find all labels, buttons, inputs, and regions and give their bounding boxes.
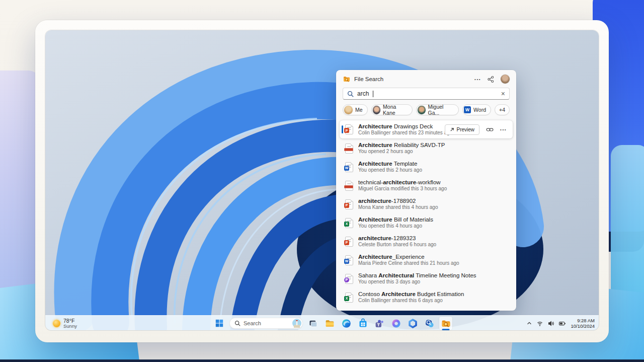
volume-icon[interactable] [547, 320, 554, 327]
weather-temperature: 78°F [63, 318, 77, 324]
result-title: Sahara Architectural Timeline Meeting No… [358, 272, 476, 279]
result-row[interactable]: technical-architecture-workflowMiguel Ga… [336, 176, 516, 195]
clock-time: 9:28 AM [571, 318, 595, 323]
search-query-text: arch [357, 90, 369, 97]
window-title: File Search [354, 76, 383, 82]
filter-chip-label: +4 [499, 107, 505, 113]
result-row[interactable]: XContoso Architecture Budget EstimationC… [336, 288, 516, 307]
search-icon [234, 320, 240, 326]
search-results: PArchitecture Drawings DeckColin Balling… [336, 120, 516, 307]
excel-file-icon: X [345, 218, 353, 228]
filter-chip-word[interactable]: WWord [462, 104, 491, 115]
start-button[interactable] [213, 317, 226, 330]
file-search-window: File Search ••• arch × MeMona KaneMiguel… [336, 70, 516, 311]
store-icon[interactable] [356, 317, 369, 330]
result-meta: You opened this 4 hours ago [358, 223, 433, 230]
marketing-background: File Search ••• arch × MeMona KaneMiguel… [0, 0, 644, 362]
teams-icon[interactable] [373, 317, 386, 330]
file-search-icon[interactable] [439, 317, 452, 330]
active-app-indicator [442, 329, 450, 330]
result-row[interactable]: WArchitecture_ExperienceMaria Piedre Cel… [336, 251, 516, 269]
taskbar-search-placeholder: Search [244, 320, 289, 326]
filter-chips: MeMona KaneMiguel Ga...WWord+4 [343, 104, 510, 115]
search-input[interactable]: arch × [343, 88, 510, 100]
preview-button[interactable]: Preview [445, 124, 480, 135]
filter-chip-label: Word [473, 107, 486, 113]
result-title: technical-architecture-workflow [358, 179, 447, 186]
result-meta: You opened this 3 days ago [358, 279, 476, 285]
result-row[interactable]: Parchitecture-1289323Celeste Burton shar… [336, 232, 516, 251]
copilot-icon[interactable] [389, 317, 403, 330]
desktop: File Search ••• arch × MeMona KaneMiguel… [45, 30, 599, 330]
result-actions: Preview••• [445, 124, 513, 135]
word-file-icon: W [345, 255, 353, 265]
filter-chip-label: Miguel Ga... [428, 104, 454, 116]
result-row[interactable]: Parchitecture-1788902Mona Kane shared th… [336, 195, 516, 213]
result-row[interactable]: PArchitecture Drawings DeckColin Balling… [340, 120, 513, 138]
result-meta: Colin Ballinger shared this 6 days ago [358, 298, 464, 304]
loop-file-icon: P [345, 274, 353, 284]
windows-logo-icon [215, 319, 224, 328]
word-file-icon: W [345, 162, 353, 172]
file-search-app-icon [343, 75, 351, 83]
excel-file-icon: X [345, 293, 353, 303]
clear-search-icon[interactable]: × [501, 90, 505, 97]
result-title: Architecture Drawings Deck [358, 123, 440, 130]
monitor-frame: File Search ••• arch × MeMona KaneMiguel… [35, 20, 609, 342]
window-titlebar: File Search ••• [336, 70, 516, 87]
task-view-icon[interactable] [306, 317, 319, 330]
filter-chip-label: Me [355, 107, 363, 113]
result-title: architecture-1788902 [358, 197, 438, 204]
me-avatar [344, 106, 353, 114]
battery-icon[interactable] [558, 320, 566, 327]
copy-link-icon[interactable] [486, 126, 494, 133]
filter-chip-mona[interactable]: Mona Kane [371, 104, 413, 115]
mona-avatar [373, 106, 380, 114]
ppt-file-icon: P [345, 199, 353, 209]
ppt-file-icon: P [345, 124, 353, 134]
result-meta: You opened 2 hours ago [358, 149, 445, 155]
search-highlight-image[interactable] [292, 319, 301, 328]
result-row[interactable]: XArchitecture Bill of MaterialsYou opene… [336, 213, 516, 232]
result-meta: Miguel Garcia modified this 3 hours ago [358, 186, 447, 192]
edge-icon[interactable] [340, 317, 353, 330]
result-row[interactable]: WArchitecture TemplateYou opened this 2 … [336, 158, 516, 176]
taskbar-clock[interactable]: 9:28 AM 10/10/2024 [571, 318, 595, 329]
open-arrow-icon [450, 127, 454, 132]
result-title: Contoso Architecture Budget Estimation [358, 291, 464, 298]
result-title: Architecture_Experience [358, 253, 459, 260]
result-meta: You opened this 2 hours ago [358, 167, 422, 174]
result-title: architecture-1289323 [358, 235, 436, 242]
result-meta: Mona Kane shared this 4 hours ago [358, 204, 438, 211]
pdf-file-icon [345, 181, 353, 191]
weather-widget[interactable]: 78°F Sunny [50, 316, 80, 330]
share-icon[interactable] [487, 76, 495, 83]
chevron-up-icon[interactable] [526, 320, 532, 326]
result-meta: Colin Ballinger shared this 23 minutes a… [358, 130, 440, 136]
file-explorer-icon[interactable] [323, 317, 336, 330]
taskbar: 78°F Sunny Search [45, 315, 599, 330]
filter-chip-me[interactable]: Me [343, 104, 368, 115]
sun-icon [53, 320, 60, 327]
taskbar-search-box[interactable]: Search [229, 318, 303, 329]
result-title: Architecture Reliability SAVD-TP [358, 141, 445, 149]
result-row[interactable]: PSahara Architectural Timeline Meeting N… [336, 269, 516, 288]
more-options-icon[interactable]: ••• [474, 77, 481, 82]
ppt-file-icon: P [345, 237, 353, 247]
filter-chip-label: Mona Kane [383, 104, 408, 116]
filter-chip-miguel[interactable]: Miguel Ga... [416, 104, 459, 115]
text-caret [373, 91, 373, 97]
result-row[interactable]: Architecture Reliability SAVD-TPYou open… [336, 139, 516, 158]
result-more-icon[interactable]: ••• [500, 127, 507, 132]
filter-chip-more[interactable]: +4 [495, 104, 510, 115]
result-meta: Maria Piedre Celine shared this 21 hours… [358, 260, 459, 267]
bg-bottom-stripe [0, 359, 644, 362]
search-app-icon[interactable] [423, 317, 436, 330]
pdf-file-icon [345, 143, 353, 154]
m365-icon[interactable] [406, 317, 419, 330]
clock-date: 10/10/2024 [571, 323, 595, 329]
user-avatar[interactable] [501, 75, 510, 84]
result-title: Architecture Bill of Materials [358, 216, 433, 223]
wifi-icon[interactable] [536, 320, 543, 327]
result-meta: Celeste Burton shared 6 hours ago [358, 242, 436, 248]
